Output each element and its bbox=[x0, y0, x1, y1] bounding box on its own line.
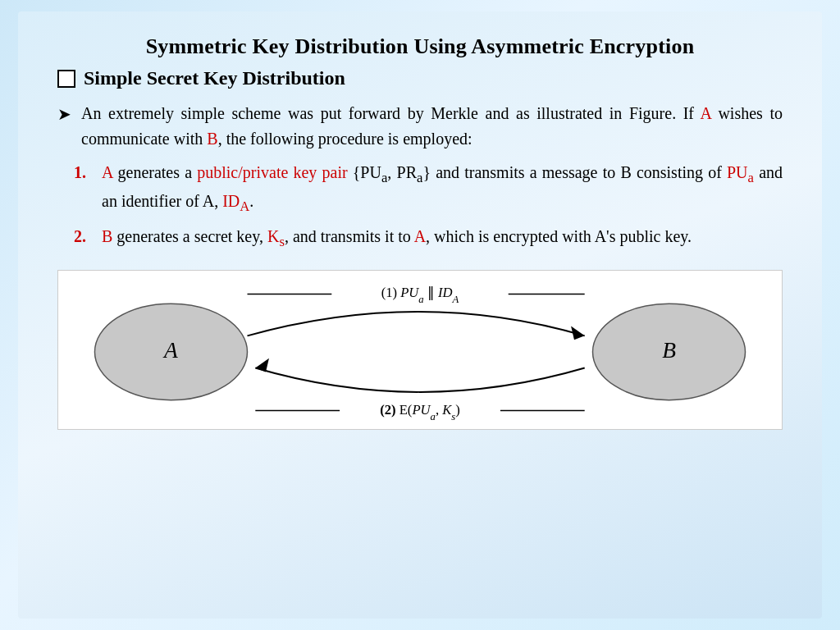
item-2-text: B generates a secret key, Ks, and transm… bbox=[102, 224, 783, 253]
item1-pu: PUa bbox=[727, 163, 754, 181]
item-1-text: A generates a public/private key pair {P… bbox=[102, 160, 783, 217]
diagram-svg: A B (1) PUa ‖ IDA bbox=[75, 279, 765, 421]
diagram: A B (1) PUa ‖ IDA bbox=[57, 270, 783, 430]
svg-text:(2) E(PUa, Ks): (2) E(PUa, Ks) bbox=[380, 403, 460, 422]
letter-A-intro: A bbox=[701, 104, 711, 122]
item-2-number: 2. bbox=[74, 224, 98, 249]
slide: Symmetric Key Distribution Using Asymmet… bbox=[18, 11, 822, 619]
item2-ks: Ks bbox=[267, 227, 285, 245]
item1-pra-sub: a bbox=[417, 170, 422, 185]
item1-keypair-highlight: public/private key pair bbox=[197, 163, 347, 181]
intro-bullet: ➤ An extremely simple scheme was put for… bbox=[57, 101, 783, 152]
svg-text:A: A bbox=[162, 338, 178, 363]
item1-pua-sub: a bbox=[381, 170, 387, 185]
svg-marker-8 bbox=[255, 358, 269, 372]
list-item-2: 2. B generates a secret key, Ks, and tra… bbox=[74, 224, 783, 253]
section-title: Simple Secret Key Distribution bbox=[57, 67, 783, 89]
item2-letter-B: B bbox=[102, 227, 112, 245]
svg-text:B: B bbox=[662, 338, 676, 363]
bullet-arrow-icon: ➤ bbox=[57, 102, 71, 126]
item1-idA: IDA bbox=[222, 192, 249, 210]
svg-text:(1) PUa
           ‖ 
        : (1) PUa ‖ IDA bbox=[381, 285, 459, 306]
checkbox-icon bbox=[57, 70, 75, 88]
numbered-list: 1. A generates a public/private key pair… bbox=[74, 160, 783, 258]
item1-letter-A: A bbox=[102, 163, 112, 181]
intro-text: An extremely simple scheme was put forwa… bbox=[81, 101, 783, 152]
letter-B-intro: B bbox=[207, 130, 217, 148]
list-item-1: 1. A generates a public/private key pair… bbox=[74, 160, 783, 217]
item2-letter-A: A bbox=[414, 227, 426, 245]
item-1-number: 1. bbox=[74, 160, 98, 185]
svg-marker-4 bbox=[571, 326, 585, 340]
slide-title: Symmetric Key Distribution Using Asymmet… bbox=[57, 34, 783, 59]
content-area: ➤ An extremely simple scheme was put for… bbox=[57, 101, 783, 602]
